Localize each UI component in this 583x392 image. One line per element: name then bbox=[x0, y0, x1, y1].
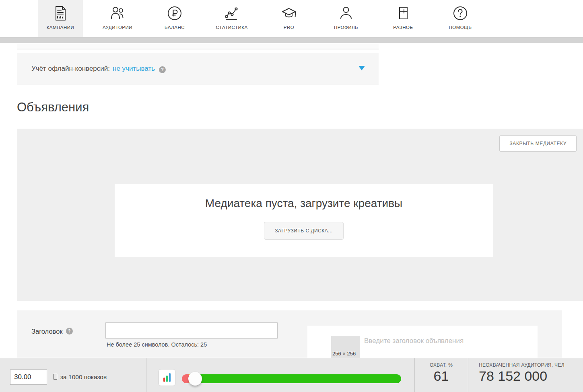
nav-item-label: КАМПАНИИ bbox=[47, 25, 74, 30]
ad-title-form-panel: Заголовок Не более 25 символов. Осталось… bbox=[17, 310, 562, 358]
divider bbox=[146, 358, 146, 392]
page: КАМПАНИИ АУДИТОРИИ БА bbox=[0, 0, 583, 392]
reach-percent-label: ОХВАТ, % bbox=[414, 362, 468, 368]
title-input[interactable] bbox=[105, 322, 278, 339]
nav-item-statistics[interactable]: СТАТИСТИКА bbox=[203, 0, 260, 37]
chart-bar-red bbox=[163, 378, 165, 382]
nav-item-balance[interactable]: БАЛАНС bbox=[146, 0, 203, 37]
ad-image-size-label: 256 × 256 bbox=[332, 351, 356, 357]
bid-slider[interactable] bbox=[182, 374, 401, 383]
close-media-library-button[interactable]: ЗАКРЫТЬ МЕДИАТЕКУ bbox=[499, 135, 577, 152]
collapsed-section-remnant bbox=[17, 44, 379, 49]
balance-ruble-icon bbox=[166, 4, 183, 22]
bid-price-input[interactable] bbox=[10, 369, 47, 385]
chart-bar-green bbox=[166, 376, 168, 382]
bid-chart-button[interactable] bbox=[159, 369, 175, 386]
pro-graduation-cap-icon bbox=[280, 4, 298, 22]
chevron-down-icon[interactable] bbox=[358, 66, 365, 70]
help-icon[interactable] bbox=[159, 66, 166, 73]
ad-image-placeholder[interactable]: 256 × 256 bbox=[331, 336, 360, 358]
campaigns-document-icon bbox=[52, 4, 69, 22]
unreached-audience-value: 78 152 000 bbox=[479, 368, 547, 384]
offline-conversions-value-link[interactable]: не учитывать bbox=[113, 65, 155, 73]
title-field-label-text: Заголовок bbox=[31, 328, 63, 335]
nav-item-label: СТАТИСТИКА bbox=[216, 25, 247, 30]
offline-conversions-label: Учёт офлайн-конверсий: bbox=[31, 65, 110, 73]
misc-grid-icon bbox=[394, 4, 412, 22]
slider-handle[interactable] bbox=[188, 372, 202, 386]
nav-item-campaigns[interactable]: КАМПАНИИ bbox=[32, 0, 89, 37]
nav-item-misc[interactable]: РАЗНОЕ bbox=[375, 0, 432, 37]
chart-bar-blue bbox=[169, 373, 171, 382]
reach-percent-value: 61 bbox=[414, 368, 468, 384]
nav-item-label: ПРОФИЛЬ bbox=[334, 25, 358, 30]
ad-title-placeholder-text: Введите заголовок объявления bbox=[364, 337, 464, 345]
nav-item-label: ПОМОЩЬ bbox=[449, 25, 472, 30]
audiences-people-icon bbox=[109, 4, 126, 22]
price-unit-label: за 1000 показов bbox=[60, 374, 107, 381]
nav-item-label: АУДИТОРИИ bbox=[103, 25, 132, 30]
slider-green-zone bbox=[198, 374, 401, 383]
nav-item-pro[interactable]: PRO bbox=[260, 0, 317, 37]
offline-conversions-panel: Учёт офлайн-конверсий: не учитывать bbox=[17, 53, 379, 85]
media-library-empty-text: Медиатека пуста, загрузите креативы bbox=[205, 197, 402, 210]
ruble-currency-icon bbox=[54, 374, 57, 380]
bid-bottom-bar: за 1000 показов ОХВАТ, % 61 НЕОХВАЧЕННАЯ… bbox=[0, 358, 583, 392]
ad-preview-card: 256 × 256 Введите заголовок объявления bbox=[307, 326, 538, 358]
nav-item-label: БАЛАНС bbox=[165, 25, 185, 30]
upload-from-disk-button[interactable]: ЗАГРУЗИТЬ С ДИСКА... bbox=[264, 222, 344, 240]
profile-person-icon bbox=[337, 4, 355, 22]
statistics-chart-icon bbox=[223, 4, 241, 22]
top-navigation: КАМПАНИИ АУДИТОРИИ БА bbox=[0, 0, 583, 37]
unreached-audience-label: НЕОХВАЧЕННАЯ АУДИТОРИЯ, ЧЕЛ bbox=[479, 362, 564, 368]
nav-item-label: PRO bbox=[284, 25, 294, 30]
nav-item-help[interactable]: ПОМОЩЬ bbox=[432, 0, 489, 37]
title-char-limit-hint: Не более 25 символов. Осталось: 25 bbox=[107, 341, 207, 348]
nav-item-audiences[interactable]: АУДИТОРИИ bbox=[89, 0, 146, 37]
help-icon[interactable] bbox=[66, 328, 73, 335]
help-question-icon bbox=[451, 4, 469, 22]
nav-item-profile[interactable]: ПРОФИЛЬ bbox=[317, 0, 375, 37]
ads-section-title: Объявления bbox=[17, 100, 89, 115]
nav-shadow-bar bbox=[0, 37, 583, 43]
nav-item-label: РАЗНОЕ bbox=[393, 25, 413, 30]
divider bbox=[468, 358, 468, 392]
title-field-label: Заголовок bbox=[31, 327, 73, 335]
media-library-panel: ЗАКРЫТЬ МЕДИАТЕКУ Медиатека пуста, загру… bbox=[17, 129, 583, 301]
media-library-empty-box: Медиатека пуста, загрузите креативы ЗАГР… bbox=[115, 184, 493, 257]
